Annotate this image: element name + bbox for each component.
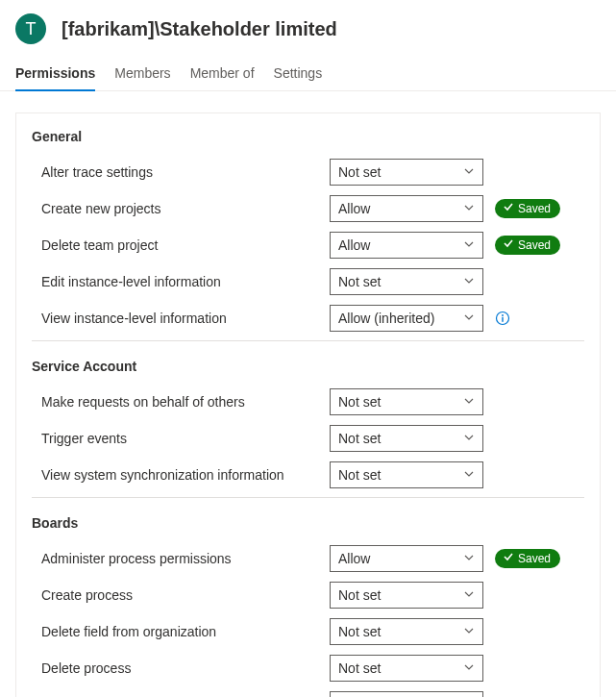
permission-select-delete-process[interactable]: Not set — [330, 655, 483, 682]
permission-value: Not set — [338, 164, 381, 180]
permission-select-edit-process[interactable]: Not set — [330, 691, 483, 697]
permission-value: Not set — [338, 587, 381, 603]
permission-label: Trigger events — [32, 431, 330, 446]
permission-row: View system synchronization informationN… — [32, 457, 584, 493]
permission-row: Delete field from organizationNot set — [32, 613, 584, 650]
page-header: T [fabrikam]\Stakeholder limited — [0, 0, 616, 54]
permission-label: Edit instance-level information — [32, 274, 330, 289]
check-icon — [503, 551, 514, 565]
permission-value: Not set — [338, 274, 381, 289]
permission-label: Create process — [32, 587, 330, 603]
permission-label: Create new projects — [32, 201, 330, 216]
permission-label: Delete team project — [32, 237, 330, 253]
svg-rect-2 — [502, 317, 503, 322]
permission-label: Administer process permissions — [32, 551, 330, 566]
permission-row: Administer process permissionsAllowSaved — [32, 540, 584, 577]
info-icon[interactable] — [495, 311, 510, 326]
permission-value: Allow — [338, 201, 370, 216]
section-body: Alter trace settingsNot setCreate new pr… — [32, 154, 584, 341]
permission-select-create-new-projects[interactable]: Allow — [330, 195, 483, 222]
chevron-down-icon — [463, 274, 475, 289]
permission-value: Allow (inherited) — [338, 311, 434, 326]
chevron-down-icon — [463, 164, 475, 180]
chevron-down-icon — [463, 311, 475, 326]
permission-select-edit-instance-level-information[interactable]: Not set — [330, 268, 483, 295]
permission-row: Alter trace settingsNot set — [32, 154, 584, 190]
permission-value: Not set — [338, 660, 381, 676]
permission-row: Create processNot set — [32, 577, 584, 613]
permission-select-alter-trace-settings[interactable]: Not set — [330, 159, 483, 186]
permission-select-make-requests-on-behalf-of-others[interactable]: Not set — [330, 388, 483, 415]
permission-value: Allow — [338, 551, 370, 566]
chevron-down-icon — [463, 431, 475, 446]
permission-value: Not set — [338, 431, 381, 446]
svg-point-1 — [502, 314, 504, 316]
permissions-panel: GeneralAlter trace settingsNot setCreate… — [15, 112, 601, 697]
permission-select-administer-process-permissions[interactable]: Allow — [330, 545, 483, 572]
section-boards: BoardsAdminister process permissionsAllo… — [32, 515, 584, 697]
title-name: Stakeholder limited — [160, 18, 337, 39]
section-title: General — [32, 129, 584, 144]
permission-value: Allow — [338, 237, 370, 253]
chevron-down-icon — [463, 394, 475, 410]
avatar: T — [15, 13, 46, 44]
permission-select-delete-field-from-organization[interactable]: Not set — [330, 618, 483, 645]
section-body: Administer process permissionsAllowSaved… — [32, 540, 584, 697]
permission-select-trigger-events[interactable]: Not set — [330, 425, 483, 452]
permission-label: View system synchronization information — [32, 467, 330, 483]
section-title: Service Account — [32, 359, 584, 374]
page-title: [fabrikam]\Stakeholder limited — [62, 18, 337, 40]
tab-permissions[interactable]: Permissions — [15, 58, 95, 90]
permission-label: Make requests on behalf of others — [32, 394, 330, 410]
permission-select-view-instance-level-information[interactable]: Allow (inherited) — [330, 305, 483, 332]
saved-badge: Saved — [495, 236, 560, 255]
permission-row: Make requests on behalf of othersNot set — [32, 384, 584, 420]
permission-row: Delete team projectAllowSaved — [32, 227, 584, 263]
section-body: Make requests on behalf of othersNot set… — [32, 384, 584, 498]
saved-label: Saved — [518, 202, 551, 215]
permission-select-delete-team-project[interactable]: Allow — [330, 232, 483, 259]
permission-row: Trigger eventsNot set — [32, 420, 584, 457]
saved-badge: Saved — [495, 199, 560, 218]
title-prefix: [fabrikam] — [62, 18, 155, 39]
chevron-down-icon — [463, 237, 475, 253]
tab-member-of[interactable]: Member of — [190, 58, 255, 90]
permission-row: Edit processNot set — [32, 686, 584, 697]
permission-label: Delete process — [32, 660, 330, 676]
chevron-down-icon — [463, 467, 475, 483]
saved-label: Saved — [518, 238, 551, 252]
chevron-down-icon — [463, 551, 475, 566]
saved-badge: Saved — [495, 549, 560, 568]
check-icon — [503, 237, 514, 252]
chevron-down-icon — [463, 201, 475, 216]
permission-label: Delete field from organization — [32, 624, 330, 639]
saved-label: Saved — [518, 552, 551, 565]
permission-label: Alter trace settings — [32, 164, 330, 180]
permission-select-view-system-synchronization-information[interactable]: Not set — [330, 461, 483, 488]
permission-value: Not set — [338, 394, 381, 410]
chevron-down-icon — [463, 587, 475, 603]
tab-members[interactable]: Members — [114, 58, 170, 90]
check-icon — [503, 201, 514, 215]
section-general: GeneralAlter trace settingsNot setCreate… — [32, 129, 584, 341]
permission-row: Delete processNot set — [32, 650, 584, 686]
section-title: Boards — [32, 515, 584, 531]
permission-row: Create new projectsAllowSaved — [32, 190, 584, 227]
chevron-down-icon — [463, 660, 475, 676]
permission-select-create-process[interactable]: Not set — [330, 582, 483, 609]
permission-value: Not set — [338, 467, 381, 483]
permission-value: Not set — [338, 624, 381, 639]
section-service-account: Service AccountMake requests on behalf o… — [32, 359, 584, 498]
permission-row: Edit instance-level informationNot set — [32, 263, 584, 300]
chevron-down-icon — [463, 624, 475, 639]
permission-row: View instance-level informationAllow (in… — [32, 300, 584, 336]
avatar-letter: T — [26, 19, 37, 39]
permission-label: View instance-level information — [32, 311, 330, 326]
tab-bar: PermissionsMembersMember ofSettings — [0, 58, 616, 91]
tab-settings[interactable]: Settings — [274, 58, 323, 90]
